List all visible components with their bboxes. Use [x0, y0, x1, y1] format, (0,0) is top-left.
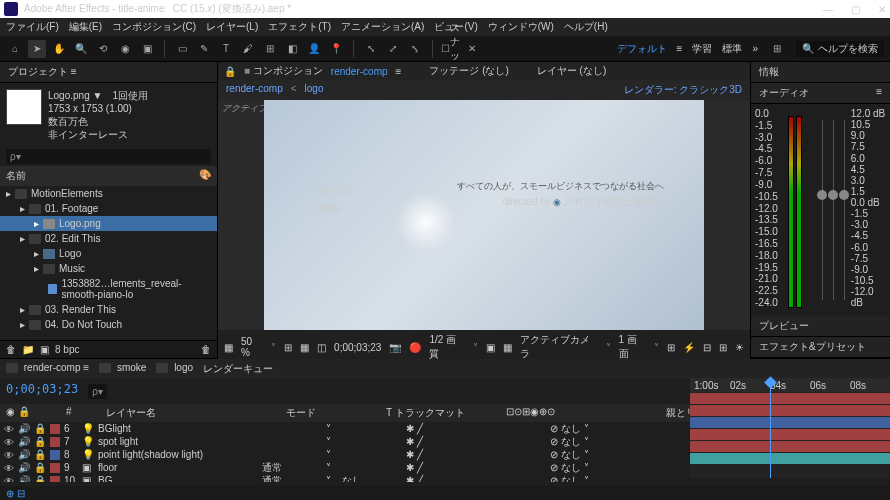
project-search[interactable]: ρ▾: [6, 149, 211, 164]
menu-animation[interactable]: アニメーション(A): [341, 20, 424, 34]
menu-file[interactable]: ファイル(F): [6, 20, 59, 34]
close-button[interactable]: ✕: [878, 4, 886, 15]
axis-local[interactable]: ⤡: [362, 40, 380, 58]
help-search[interactable]: 🔍 ヘルプを検索: [796, 41, 884, 57]
timeline-icon[interactable]: ⊟: [703, 342, 711, 353]
tree-row[interactable]: ▸ 01. Footage: [0, 201, 217, 216]
workspace-learn[interactable]: 学習: [692, 42, 712, 56]
roi-icon[interactable]: ▣: [486, 342, 495, 353]
snap-toggle[interactable]: ☐ スナップ: [441, 40, 459, 58]
exposure-icon[interactable]: ☀: [735, 342, 744, 353]
footage-tab[interactable]: フッテージ (なし): [429, 64, 508, 78]
audio-tab[interactable]: オーディオ≡: [751, 83, 890, 104]
composition-viewer[interactable]: アクティブカメラ Free-BizStyle すべての人が、スモールビジネスでつ…: [218, 100, 750, 330]
selection-tool[interactable]: ➤: [28, 40, 46, 58]
project-header[interactable]: 名前🎨: [0, 166, 217, 186]
delete-icon[interactable]: 🗑: [201, 344, 211, 355]
pixel-aspect-icon[interactable]: ⊞: [667, 342, 675, 353]
rotate-tool[interactable]: ◉: [116, 40, 134, 58]
preview-tab[interactable]: プレビュー: [751, 316, 890, 337]
zoom-tool[interactable]: 🔍: [72, 40, 90, 58]
grid-icon[interactable]: ▦: [300, 342, 309, 353]
quality-select[interactable]: 1/2 画質: [429, 333, 465, 361]
tree-row[interactable]: ▸ 03. Render This: [0, 302, 217, 317]
lock-icon[interactable]: 🔒: [224, 66, 236, 77]
pen-tool[interactable]: ✎: [195, 40, 213, 58]
axis-world[interactable]: ⤢: [384, 40, 402, 58]
hand-tool[interactable]: ✋: [50, 40, 68, 58]
timeline-tracks[interactable]: 1:00s 02s 04s 06s 08s: [690, 378, 890, 478]
current-time[interactable]: 0;00;03;23: [6, 382, 78, 401]
text-tool[interactable]: T: [217, 40, 235, 58]
menu-help[interactable]: ヘルプ(H): [564, 20, 608, 34]
magnification[interactable]: 50 %: [241, 336, 263, 358]
time-display[interactable]: 0;00;03;23: [334, 342, 381, 353]
view-layout[interactable]: 1 画面: [619, 333, 646, 361]
minimize-button[interactable]: —: [823, 4, 833, 15]
render-queue-tab[interactable]: レンダーキュー: [203, 362, 273, 376]
timeline-tab[interactable]: logo: [156, 362, 193, 376]
puppet-tool[interactable]: 📍: [327, 40, 345, 58]
tree-row[interactable]: ▸ 04. Do Not Touch: [0, 317, 217, 332]
project-tab[interactable]: プロジェクト ≡: [0, 62, 217, 83]
tree-row[interactable]: ▸ 02. Edit This: [0, 231, 217, 246]
breadcrumb-item[interactable]: render-comp: [226, 83, 283, 97]
playhead[interactable]: [770, 378, 771, 478]
snap-opt[interactable]: ✕: [463, 40, 481, 58]
workspace-standard[interactable]: 標準: [722, 42, 742, 56]
tree-row[interactable]: ▸ MotionElements: [0, 186, 217, 201]
menu-edit[interactable]: 編集(E): [69, 20, 102, 34]
search-all-icon[interactable]: ⊞: [768, 40, 786, 58]
fast-preview-icon[interactable]: ⚡: [683, 342, 695, 353]
layer-search[interactable]: ρ▾: [88, 384, 107, 399]
tree-row[interactable]: ▸ Music: [0, 261, 217, 276]
breadcrumb-item[interactable]: logo: [305, 83, 324, 97]
right-panels: 情報 オーディオ≡ 0.0-1.5-3.0-4.5-6.0-7.5-9.0-10…: [750, 62, 890, 358]
bpc-toggle[interactable]: 8 bpc: [55, 344, 79, 355]
roto-tool[interactable]: 👤: [305, 40, 323, 58]
comp-new-icon[interactable]: ▣: [40, 344, 49, 355]
menu-composition[interactable]: コンポジション(C): [112, 20, 196, 34]
camera-select[interactable]: アクティブカメラ: [520, 333, 598, 361]
axis-view[interactable]: ⤣: [406, 40, 424, 58]
comp-tab-active[interactable]: render-comp: [331, 66, 388, 77]
workspace-menu[interactable]: ≡: [677, 43, 683, 54]
orbit-tool[interactable]: ⟲: [94, 40, 112, 58]
camera-tool[interactable]: ▣: [138, 40, 156, 58]
renderer-select[interactable]: クラシック3D: [679, 84, 742, 95]
transparency-icon[interactable]: ▦: [503, 342, 512, 353]
stamp-tool[interactable]: ⊞: [261, 40, 279, 58]
mask-toggle[interactable]: ◫: [317, 342, 326, 353]
tree-row[interactable]: ▸ Logo: [0, 246, 217, 261]
folder-new-icon[interactable]: 📁: [22, 344, 34, 355]
shape-tool[interactable]: ▭: [173, 40, 191, 58]
expand-icon[interactable]: ⊕ ⊟: [6, 488, 25, 499]
timeline-tab[interactable]: render-comp ≡: [6, 362, 89, 376]
menu-window[interactable]: ウィンドウ(W): [488, 20, 554, 34]
info-tab[interactable]: 情報: [751, 62, 890, 83]
asset-thumbnail[interactable]: [6, 89, 42, 125]
snapshot-icon[interactable]: 📷: [389, 342, 401, 353]
audio-slider-l[interactable]: [822, 120, 823, 300]
menu-effect[interactable]: エフェクト(T): [268, 20, 331, 34]
channel-icon[interactable]: 🔴: [409, 342, 421, 353]
eraser-tool[interactable]: ◧: [283, 40, 301, 58]
menu-layer[interactable]: レイヤー(L): [206, 20, 258, 34]
resolution-icon[interactable]: ⊞: [284, 342, 292, 353]
brush-tool[interactable]: 🖌: [239, 40, 257, 58]
tree-row[interactable]: ▸ Logo.png: [0, 216, 217, 231]
time-ruler[interactable]: 1:00s 02s 04s 06s 08s: [690, 378, 890, 392]
workspace-more[interactable]: »: [752, 43, 758, 54]
alpha-toggle[interactable]: ▦: [224, 342, 233, 353]
audio-slider-r[interactable]: [844, 120, 845, 300]
tree-row[interactable]: 1353882…lements_reveal-smooth-piano-lo: [0, 276, 217, 302]
workspace-default[interactable]: デフォルト: [617, 42, 667, 56]
effects-tab[interactable]: エフェクト&プリセット: [751, 337, 890, 358]
maximize-button[interactable]: ▢: [851, 4, 860, 15]
timeline-tab[interactable]: smoke: [99, 362, 146, 376]
layer-tab[interactable]: レイヤー (なし): [537, 64, 606, 78]
home-tool[interactable]: ⌂: [6, 40, 24, 58]
audio-slider-link[interactable]: [833, 120, 834, 300]
flowchart-icon[interactable]: ⊞: [719, 342, 727, 353]
interpret-icon[interactable]: 🗑: [6, 344, 16, 355]
